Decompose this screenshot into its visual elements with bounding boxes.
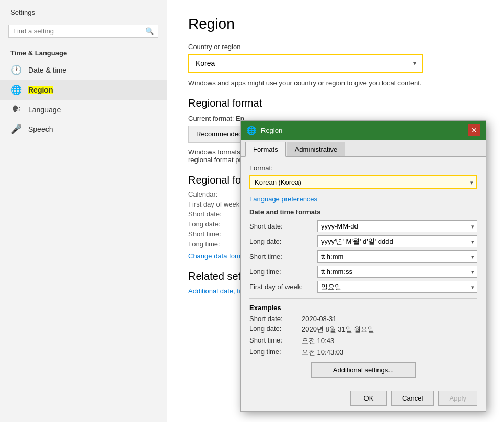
short-date-row: Short date: yyyy-MM-dd yy-MM-dd M/d/yyyy… xyxy=(249,220,477,232)
page-title: Region xyxy=(188,16,483,32)
ex-short-time-label: Short time: xyxy=(249,336,302,346)
first-day-select[interactable]: 일요일 월요일 xyxy=(317,281,477,293)
country-section-label: Country or region xyxy=(188,43,483,51)
long-date-label: Long date: xyxy=(249,237,317,245)
country-selected: Korea xyxy=(196,59,215,67)
examples-section: Examples Short date: 2020-08-31 Long dat… xyxy=(249,298,477,357)
long-time-row: Long time: tt h:mm:ss h:mm:ss tt HH:mm:s… xyxy=(249,266,477,278)
long-time-label: Long time: xyxy=(249,268,317,276)
search-icon: 🔍 xyxy=(145,27,154,35)
example-short-time: Short time: 오전 10:43 xyxy=(249,336,477,346)
search-box[interactable]: 🔍 xyxy=(8,25,158,38)
long-date-select-wrap: yyyy'년' M'월' d'일' dddd ▾ xyxy=(317,235,477,247)
example-short-date: Short date: 2020-08-31 xyxy=(249,315,477,323)
clock-icon: 🕐 xyxy=(10,64,22,76)
first-day-row: First day of week: 일요일 월요일 ▾ xyxy=(249,281,477,293)
datetime-section-label: Date and time formats xyxy=(249,208,477,216)
additional-date-link[interactable]: Additional date, ti xyxy=(188,287,240,295)
sidebar-item-region[interactable]: 🌐 Region xyxy=(0,80,167,100)
first-day-select-wrap: 일요일 월요일 ▾ xyxy=(317,281,477,293)
short-time-select-wrap: tt h:mm h:mm tt HH:mm ▾ xyxy=(317,250,477,263)
short-time-select[interactable]: tt h:mm h:mm tt HH:mm xyxy=(317,250,477,263)
sidebar-item-speech[interactable]: 🎤 Speech xyxy=(0,119,167,139)
format-select[interactable]: Korean (Korea) English (United States) J… xyxy=(249,175,477,189)
country-info-text: Windows and apps might use your country … xyxy=(188,79,423,87)
ex-short-date-value: 2020-08-31 xyxy=(302,315,337,323)
apply-button[interactable]: Apply xyxy=(438,391,477,406)
dialog-title-icon: 🌐 xyxy=(246,126,257,135)
cancel-button[interactable]: Cancel xyxy=(391,391,434,406)
sidebar: Settings 🔍 Time & Language 🕐 Date & time… xyxy=(0,0,167,422)
dialog-title-text: Region xyxy=(261,127,464,134)
short-time-row: Short time: tt h:mm h:mm tt HH:mm ▾ xyxy=(249,250,477,263)
ex-long-time-label: Long time: xyxy=(249,348,302,357)
short-date-select[interactable]: yyyy-MM-dd yy-MM-dd M/d/yyyy xyxy=(317,220,477,232)
tab-formats[interactable]: Formats xyxy=(245,142,286,157)
short-date-label: Short date: xyxy=(249,222,317,230)
speech-icon: 🎤 xyxy=(10,123,22,135)
sidebar-item-region-label: Region xyxy=(28,86,53,94)
short-date-select-wrap: yyyy-MM-dd yy-MM-dd M/d/yyyy ▾ xyxy=(317,220,477,232)
sidebar-item-speech-label: Speech xyxy=(28,125,53,133)
dialog-tabs: Formats Administrative xyxy=(241,140,486,157)
long-date-select[interactable]: yyyy'년' M'월' d'일' dddd xyxy=(317,235,477,247)
short-time-label: Short time: xyxy=(249,253,317,260)
format-select-wrapper: Korean (Korea) English (United States) J… xyxy=(249,175,477,189)
ex-long-time-value: 오전 10:43:03 xyxy=(302,348,343,357)
dialog-titlebar: 🌐 Region ✕ xyxy=(241,121,486,140)
tab-administrative[interactable]: Administrative xyxy=(287,142,346,156)
regional-format-title: Regional format xyxy=(188,97,483,109)
ex-short-time-value: 오전 10:43 xyxy=(302,336,334,346)
long-time-select[interactable]: tt h:mm:ss h:mm:ss tt HH:mm:ss xyxy=(317,266,477,278)
sidebar-item-date-time[interactable]: 🕐 Date & time xyxy=(0,60,167,80)
chevron-down-icon: ▾ xyxy=(413,60,416,67)
language-preferences-link[interactable]: Language preferences xyxy=(249,195,317,203)
long-time-select-wrap: tt h:mm:ss h:mm:ss tt HH:mm:ss ▾ xyxy=(317,266,477,278)
ok-button[interactable]: OK xyxy=(350,391,387,406)
ex-long-date-label: Long date: xyxy=(249,325,302,334)
region-dialog: 🌐 Region ✕ Formats Administrative Format… xyxy=(240,120,486,412)
example-long-date: Long date: 2020년 8월 31일 월요일 xyxy=(249,325,477,334)
examples-title: Examples xyxy=(249,304,477,312)
dialog-footer: OK Cancel Apply xyxy=(241,385,486,411)
format-label: Format: xyxy=(249,164,477,172)
ex-short-date-label: Short date: xyxy=(249,315,302,323)
example-long-time: Long time: 오전 10:43:03 xyxy=(249,348,477,357)
sidebar-item-date-time-label: Date & time xyxy=(28,66,66,74)
first-day-of-week-label: First day of week: xyxy=(249,283,317,291)
globe-icon: 🌐 xyxy=(10,84,22,96)
dialog-close-button[interactable]: ✕ xyxy=(468,124,480,136)
dialog-body: Format: Korean (Korea) English (United S… xyxy=(241,157,486,385)
additional-settings-button[interactable]: Additional settings... xyxy=(311,362,416,378)
language-icon: 🗣 xyxy=(10,104,22,115)
search-input[interactable] xyxy=(13,27,145,35)
sidebar-section-label: Time & Language xyxy=(0,44,167,60)
long-date-row: Long date: yyyy'년' M'월' d'일' dddd ▾ xyxy=(249,235,477,247)
app-title: Settings xyxy=(0,0,167,21)
ex-long-date-value: 2020년 8월 31일 월요일 xyxy=(302,325,374,334)
sidebar-item-language[interactable]: 🗣 Language xyxy=(0,100,167,119)
sidebar-item-language-label: Language xyxy=(28,106,61,114)
country-dropdown[interactable]: Korea ▾ xyxy=(188,54,423,73)
